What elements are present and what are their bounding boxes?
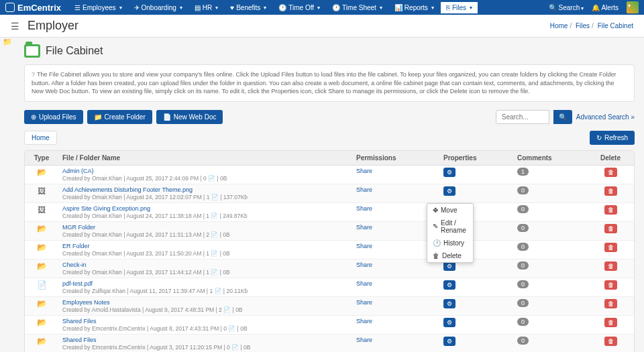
file-meta: Created by Zulfiqar.Khan | August 11, 20… xyxy=(62,288,348,294)
type-icon: 📂 xyxy=(37,243,47,252)
file-link[interactable]: pdf-test.pdf xyxy=(62,280,93,287)
properties-button[interactable]: ⚙ xyxy=(443,280,455,290)
nav-benefits[interactable]: ♥Benefits xyxy=(225,2,272,13)
brand[interactable]: EmCentrix xyxy=(5,3,61,13)
table-row: 🖼Add Achievements Disturbing Footer Them… xyxy=(25,184,634,202)
file-link[interactable]: Admin (CA) xyxy=(62,168,94,174)
nav-reports[interactable]: 📊Reports xyxy=(389,2,439,13)
col-type[interactable]: Type xyxy=(25,151,58,166)
file-table-wrap: Type File / Folder Name Permissions Prop… xyxy=(24,150,635,352)
delete-button[interactable]: 🗑 xyxy=(604,205,617,215)
delete-button[interactable]: 🗑 xyxy=(604,243,617,252)
file-meta: Created by Omair.Khan | August 24, 2017 … xyxy=(62,231,348,238)
advanced-search-link[interactable]: Advanced Search » xyxy=(576,113,635,121)
share-link[interactable]: Share xyxy=(356,261,372,268)
delete-button[interactable]: 🗑 xyxy=(604,318,617,327)
info-icon: ? xyxy=(32,71,35,78)
comment-badge[interactable]: 1 xyxy=(517,168,529,176)
delete-button[interactable]: 🗑 xyxy=(604,337,617,346)
breadcrumb-home[interactable]: Home xyxy=(550,22,568,30)
section-title: File Cabinet xyxy=(46,45,103,57)
user-avatar[interactable] xyxy=(627,1,639,13)
delete-button[interactable]: 🗑 xyxy=(604,224,617,233)
nav-alerts[interactable]: 🔔 Alerts xyxy=(592,4,619,11)
file-meta: Created by Omair.Khan | August 25, 2017 … xyxy=(62,175,348,182)
breadcrumb-cabinet[interactable]: File Cabinet xyxy=(598,22,633,30)
comment-badge[interactable]: 0 xyxy=(517,299,529,307)
comment-badge[interactable]: 0 xyxy=(517,318,529,326)
dropdown-delete[interactable]: 🗑 Delete xyxy=(427,249,473,262)
breadcrumb: Home/ Files/ File Cabinet xyxy=(550,22,633,30)
share-link[interactable]: Share xyxy=(356,224,372,231)
nav-timeoff[interactable]: 🕐Time Off xyxy=(273,2,325,13)
col-comments[interactable]: Comments xyxy=(513,151,587,166)
dropdown-edit[interactable]: ✎ Edit / Rename xyxy=(427,217,473,237)
file-link[interactable]: Shared Files xyxy=(62,318,97,325)
comment-badge[interactable]: 0 xyxy=(517,224,529,232)
main: File Cabinet ?The File Cabinet allows yo… xyxy=(15,38,644,352)
sidebar-toggle-icon[interactable]: ☰ xyxy=(11,21,19,32)
side-folder-icon[interactable]: 📁 xyxy=(3,38,12,46)
share-link[interactable]: Share xyxy=(356,280,372,287)
comment-badge[interactable]: 0 xyxy=(517,337,529,345)
type-icon: 🖼 xyxy=(38,186,46,196)
properties-button[interactable]: ⚙ xyxy=(443,261,455,271)
share-link[interactable]: Share xyxy=(356,299,372,306)
delete-button[interactable]: 🗑 xyxy=(604,168,617,177)
delete-button[interactable]: 🗑 xyxy=(604,186,617,196)
file-link[interactable]: Employees Notes xyxy=(62,299,110,306)
properties-dropdown: ✥ Move ✎ Edit / Rename 🕐 History 🗑 Delet… xyxy=(427,203,474,263)
home-tab[interactable]: Home xyxy=(24,131,57,145)
share-link[interactable]: Share xyxy=(356,168,372,174)
nav-search[interactable]: 🔍 Search xyxy=(549,4,584,11)
file-link[interactable]: Add Achievements Disturbing Footer Theme… xyxy=(62,186,193,193)
comment-badge[interactable]: 0 xyxy=(517,243,529,251)
upload-button[interactable]: ⊕ Upload Files xyxy=(24,110,83,124)
comment-badge[interactable]: 0 xyxy=(517,205,529,213)
comment-badge[interactable]: 0 xyxy=(517,280,529,288)
file-link[interactable]: Check-in xyxy=(62,261,87,268)
file-meta: Created by Omair.Khan | August 24, 2017 … xyxy=(62,213,348,219)
share-link[interactable]: Share xyxy=(356,337,372,343)
share-link[interactable]: Share xyxy=(356,186,372,193)
col-name[interactable]: File / Folder Name xyxy=(58,151,352,166)
properties-button[interactable]: ⚙ xyxy=(443,299,455,308)
page-title: Employer xyxy=(28,19,78,33)
comment-badge[interactable]: 0 xyxy=(517,186,529,194)
file-link[interactable]: MGR Folder xyxy=(62,224,95,231)
nav-hr[interactable]: ▤HR xyxy=(189,2,223,13)
create-folder-button[interactable]: 📁 Create Folder xyxy=(87,110,152,124)
nav-timesheet[interactable]: 🕐Time Sheet xyxy=(327,2,388,13)
header-row: ☰ Employer Home/ Files/ File Cabinet xyxy=(0,15,644,38)
properties-button[interactable]: ⚙ xyxy=(443,337,455,346)
share-link[interactable]: Share xyxy=(356,243,372,249)
table-row: 📂Admin (CA)Created by Omair.Khan | Augus… xyxy=(25,165,634,184)
properties-button[interactable]: ⚙ xyxy=(443,318,455,327)
col-permissions[interactable]: Permissions xyxy=(352,151,439,166)
type-icon: 📂 xyxy=(37,261,47,271)
refresh-button[interactable]: ↻ Refresh xyxy=(590,131,635,145)
new-doc-button[interactable]: 📄 New Web Doc xyxy=(156,110,223,124)
search-input[interactable] xyxy=(496,110,549,124)
delete-button[interactable]: 🗑 xyxy=(604,299,617,308)
search-button[interactable]: 🔍 xyxy=(553,110,572,124)
nav-onboarding[interactable]: ✈Onboarding xyxy=(129,2,188,13)
comment-badge[interactable]: 0 xyxy=(517,261,529,270)
nav-files[interactable]: ⎘Files xyxy=(441,2,478,13)
file-link[interactable]: Shared Files xyxy=(62,337,97,343)
col-properties[interactable]: Properties xyxy=(439,151,513,166)
dropdown-history[interactable]: 🕐 History xyxy=(427,237,473,249)
col-delete[interactable]: Delete xyxy=(587,151,634,166)
breadcrumb-files[interactable]: Files xyxy=(576,22,590,30)
properties-button[interactable]: ⚙ xyxy=(443,186,455,196)
share-link[interactable]: Share xyxy=(356,318,372,325)
delete-button[interactable]: 🗑 xyxy=(604,280,617,290)
share-link[interactable]: Share xyxy=(356,205,372,212)
delete-button[interactable]: 🗑 xyxy=(604,261,617,271)
dropdown-move[interactable]: ✥ Move xyxy=(427,204,473,217)
nav-employees[interactable]: ☰Employees xyxy=(69,2,127,13)
file-link[interactable]: Aspire Site Giving Exception.png xyxy=(62,205,150,212)
type-icon: 🖼 xyxy=(38,205,46,215)
properties-button[interactable]: ⚙ xyxy=(443,168,455,177)
file-link[interactable]: ER Folder xyxy=(62,243,90,249)
